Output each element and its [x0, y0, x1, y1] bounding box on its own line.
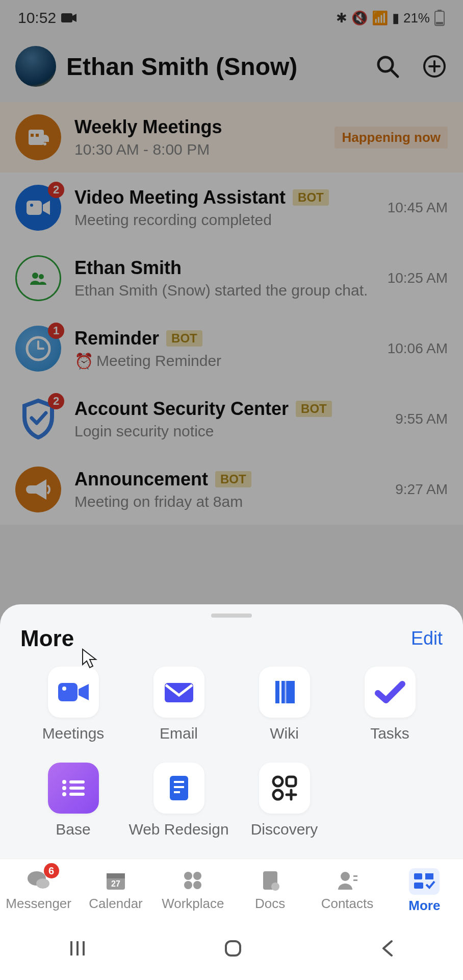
chat-title: Announcement	[74, 469, 208, 490]
bot-badge: BOT	[296, 401, 332, 417]
happening-now-badge: Happening now	[335, 127, 448, 149]
chat-row-ethan-smith[interactable]: Ethan Smith Ethan Smith (Snow) started t…	[0, 243, 463, 313]
chat-title: Reminder	[74, 328, 159, 349]
back-icon	[379, 938, 395, 959]
svg-rect-20	[58, 683, 78, 701]
svg-point-48	[271, 883, 279, 891]
header-title: Ethan Smith (Snow)	[66, 53, 364, 81]
chat-time: 9:55 AM	[395, 411, 448, 427]
svg-point-14	[30, 204, 33, 207]
svg-rect-28	[69, 793, 85, 796]
sheet-title: More	[20, 626, 74, 651]
app-label: Web Redesign	[128, 821, 228, 838]
svg-rect-57	[226, 941, 240, 955]
search-button[interactable]	[374, 53, 401, 80]
app-label: Base	[56, 821, 90, 838]
recent-apps-button[interactable]	[68, 939, 87, 960]
svg-point-49	[341, 872, 350, 881]
nav-label: More	[408, 898, 440, 914]
svg-rect-51	[353, 879, 357, 881]
bottom-nav: 6 Messenger 27 Calendar Workplace Docs	[0, 859, 463, 919]
nav-more[interactable]: More	[386, 868, 463, 914]
svg-text:27: 27	[111, 879, 120, 888]
nav-badge: 6	[44, 863, 59, 878]
document-icon	[167, 774, 191, 802]
svg-rect-53	[414, 883, 423, 889]
wifi-icon: 📶	[372, 10, 388, 26]
nav-label: Workplace	[162, 896, 224, 912]
svg-point-43	[184, 872, 192, 880]
app-base[interactable]: Base	[20, 763, 126, 838]
envelope-icon	[163, 680, 195, 704]
system-nav	[0, 919, 463, 980]
svg-rect-41	[107, 873, 125, 878]
chat-row-security[interactable]: 2 Account Security Center BOT Login secu…	[0, 384, 463, 454]
sheet-handle[interactable]	[211, 614, 252, 618]
chat-title: Ethan Smith	[74, 257, 182, 279]
chat-time: 9:27 AM	[395, 481, 448, 498]
chat-subtitle: Meeting recording completed	[74, 211, 368, 229]
app-discovery[interactable]: Discovery	[232, 763, 337, 838]
nav-contacts[interactable]: Contacts	[308, 868, 385, 914]
list-icon	[60, 778, 87, 798]
search-icon	[375, 54, 400, 79]
discovery-icon	[271, 774, 298, 802]
nav-label: Docs	[255, 896, 285, 912]
app-label: Tasks	[370, 725, 409, 742]
app-web-redesign[interactable]: Web Redesign	[126, 763, 232, 838]
more-sheet: More Edit Meetings Email Wiki Tasks	[0, 604, 463, 980]
chat-row-announcement[interactable]: Announcement BOT Meeting on friday at 8a…	[0, 454, 463, 525]
chat-title: Account Security Center	[74, 398, 289, 420]
nav-calendar[interactable]: 27 Calendar	[77, 868, 154, 914]
svg-rect-22	[165, 683, 193, 702]
svg-rect-34	[287, 777, 296, 786]
video-camera-icon	[57, 680, 90, 704]
camera-icon	[61, 12, 76, 23]
nav-workplace[interactable]: Workplace	[155, 868, 232, 914]
edit-button[interactable]: Edit	[411, 628, 443, 649]
svg-point-25	[62, 786, 66, 790]
back-button[interactable]	[379, 938, 395, 961]
app-label: Discovery	[251, 821, 318, 838]
svg-rect-52	[414, 873, 422, 879]
svg-point-21	[62, 687, 66, 691]
app-email[interactable]: Email	[126, 667, 232, 742]
svg-rect-26	[69, 787, 85, 790]
nav-label: Calendar	[89, 896, 143, 912]
chat-subtitle: Meeting on friday at 8am	[74, 493, 376, 510]
svg-point-35	[273, 790, 282, 799]
calendar-icon: 27	[105, 869, 127, 892]
svg-point-12	[43, 142, 46, 145]
profile-avatar[interactable]	[15, 46, 56, 87]
chat-row-video-assistant[interactable]: 2 Video Meeting Assistant BOT Meeting re…	[0, 173, 463, 243]
chat-row-reminder[interactable]: 1 Reminder BOT ⏰ Meeting Reminder 10:06 …	[0, 313, 463, 384]
chat-subtitle: ⏰ Meeting Reminder	[74, 352, 368, 370]
svg-point-16	[39, 274, 44, 279]
app-label: Wiki	[270, 725, 299, 742]
video-icon: 2	[15, 185, 61, 231]
nav-docs[interactable]: Docs	[232, 868, 308, 914]
nav-messenger[interactable]: 6 Messenger	[0, 868, 77, 914]
shield-icon: 2	[15, 396, 61, 442]
chat-subtitle: Login security notice	[74, 423, 376, 440]
chat-title: Weekly Meetings	[74, 116, 222, 138]
wiki-icon	[270, 678, 299, 706]
svg-line-5	[391, 70, 398, 77]
add-button[interactable]	[421, 53, 448, 80]
home-button[interactable]	[223, 938, 243, 961]
svg-rect-50	[353, 875, 357, 877]
chat-list: Weekly Meetings 10:30 AM - 8:00 PM Happe…	[0, 102, 463, 525]
svg-rect-11	[36, 134, 39, 137]
app-label: Meetings	[42, 725, 105, 742]
app-meetings[interactable]: Meetings	[20, 667, 126, 742]
battery-icon	[434, 10, 445, 26]
battery-text: 21%	[403, 10, 430, 26]
unread-badge: 2	[48, 182, 64, 198]
chat-row-weekly-meetings[interactable]: Weekly Meetings 10:30 AM - 8:00 PM Happe…	[0, 102, 463, 173]
grid-icon	[183, 870, 203, 891]
app-tasks[interactable]: Tasks	[337, 667, 443, 742]
app-wiki[interactable]: Wiki	[232, 667, 337, 742]
chat-time: 10:06 AM	[388, 340, 448, 357]
checkmark-icon	[375, 680, 405, 704]
calendar-bell-icon	[15, 114, 61, 160]
